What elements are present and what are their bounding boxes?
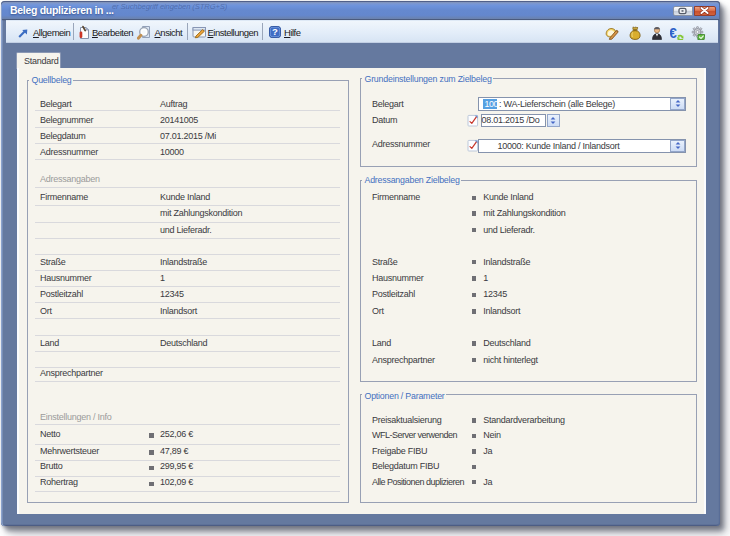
svg-text:?: ? [272,26,278,37]
svg-text:€: € [670,26,677,40]
